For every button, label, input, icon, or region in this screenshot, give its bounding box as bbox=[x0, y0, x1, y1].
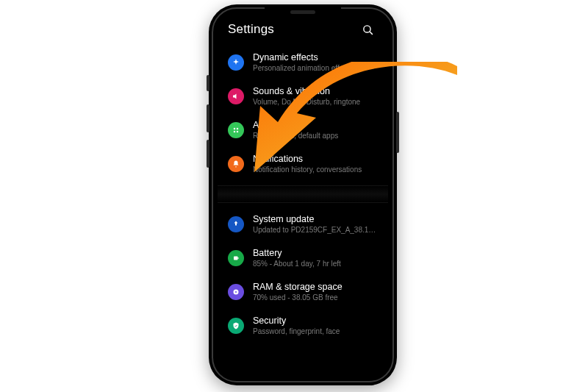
sparkle-icon bbox=[228, 54, 244, 71]
settings-item-notifications[interactable]: Notifications Notification history, conv… bbox=[218, 147, 388, 181]
settings-item-dynamic-effects[interactable]: Dynamic effects Personalized animation e… bbox=[218, 46, 388, 79]
search-icon bbox=[362, 24, 374, 36]
storage-icon bbox=[228, 284, 244, 300]
svg-line-1 bbox=[369, 31, 372, 34]
item-subtitle: Notification history, conversations bbox=[253, 165, 362, 174]
item-subtitle: Recent apps, default apps bbox=[253, 131, 338, 140]
item-title: Notifications bbox=[253, 154, 362, 165]
item-title: RAM & storage space bbox=[253, 282, 343, 293]
svg-point-0 bbox=[363, 25, 370, 32]
svg-rect-6 bbox=[234, 257, 238, 260]
power-button bbox=[396, 112, 399, 153]
svg-point-3 bbox=[237, 128, 239, 130]
item-title: Battery bbox=[253, 248, 341, 259]
item-subtitle: Personalized animation effects bbox=[253, 63, 353, 73]
item-subtitle: Updated to PD2159CF_EX_A_38.10.3 bbox=[253, 225, 378, 235]
volume-up-button bbox=[207, 104, 209, 132]
apps-icon bbox=[228, 122, 244, 138]
battery-icon bbox=[228, 250, 244, 266]
settings-item-sounds-vibration[interactable]: Sounds & vibration Volume, Do Not Distur… bbox=[218, 79, 388, 113]
mute-switch bbox=[207, 75, 209, 91]
svg-point-2 bbox=[234, 128, 236, 130]
update-icon bbox=[228, 216, 244, 232]
settings-list: Dynamic effects Personalized animation e… bbox=[218, 46, 388, 349]
sound-icon bbox=[228, 88, 244, 104]
settings-item-security[interactable]: Security Password, fingerprint, face bbox=[218, 309, 388, 343]
settings-item-system-update[interactable]: System update Updated to PD2159CF_EX_A_3… bbox=[218, 207, 388, 241]
svg-point-5 bbox=[237, 131, 239, 133]
volume-down-button bbox=[207, 140, 209, 168]
item-title: Apps bbox=[253, 120, 338, 131]
notch-speaker bbox=[290, 10, 315, 14]
search-button[interactable] bbox=[357, 19, 378, 40]
item-subtitle: Password, fingerprint, face bbox=[253, 327, 340, 336]
settings-header: Settings bbox=[218, 13, 388, 46]
screen: Settings Dynamic effects Personalized an… bbox=[218, 13, 388, 377]
item-title: Sounds & vibration bbox=[253, 86, 360, 97]
svg-point-4 bbox=[234, 131, 236, 133]
settings-item-ram-storage[interactable]: RAM & storage space 70% used - 38.05 GB … bbox=[218, 275, 388, 309]
item-subtitle: 85% - About 1 day, 7 hr left bbox=[253, 259, 341, 268]
svg-rect-7 bbox=[238, 257, 239, 259]
phone-frame: Settings Dynamic effects Personalized an… bbox=[209, 4, 397, 385]
item-title: System update bbox=[253, 214, 378, 225]
shield-icon bbox=[228, 318, 244, 334]
page-title: Settings bbox=[228, 22, 274, 37]
section-divider bbox=[218, 185, 388, 203]
item-subtitle: 70% used - 38.05 GB free bbox=[253, 293, 343, 302]
settings-item-apps[interactable]: Apps Recent apps, default apps bbox=[218, 113, 388, 147]
item-title: Security bbox=[253, 316, 340, 327]
svg-point-9 bbox=[235, 291, 237, 293]
settings-item-battery[interactable]: Battery 85% - About 1 day, 7 hr left bbox=[218, 241, 388, 275]
item-title: Dynamic effects bbox=[253, 52, 353, 63]
item-subtitle: Volume, Do Not Disturb, ringtone bbox=[253, 97, 360, 107]
bell-icon bbox=[228, 156, 244, 172]
